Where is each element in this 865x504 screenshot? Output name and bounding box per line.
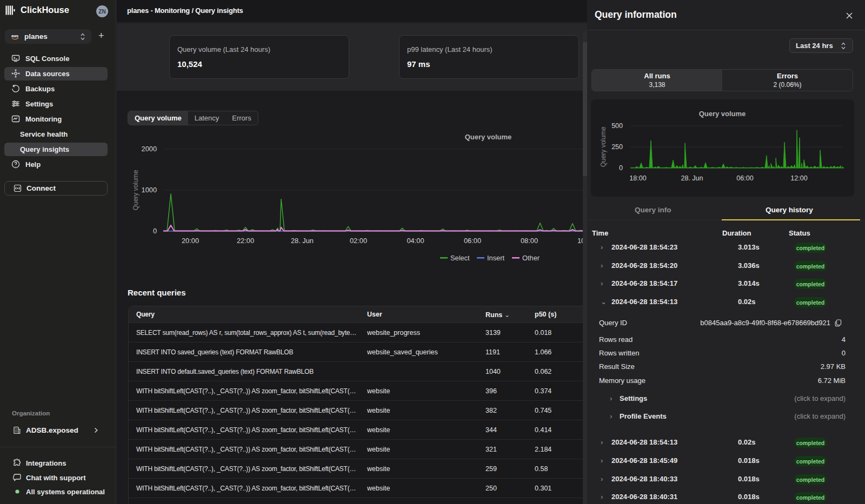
svg-text:Query volume: Query volume xyxy=(132,170,139,210)
svg-text:18:00: 18:00 xyxy=(629,174,646,182)
svg-text:2000: 2000 xyxy=(142,145,157,153)
svg-text:aws: aws xyxy=(11,34,18,38)
svg-text:Query volume: Query volume xyxy=(699,110,746,118)
svg-text:06:00: 06:00 xyxy=(736,174,753,182)
svg-text:1000: 1000 xyxy=(142,186,157,194)
svg-text:Select: Select xyxy=(450,254,470,262)
svg-text:0: 0 xyxy=(619,164,623,172)
svg-text:20:00: 20:00 xyxy=(182,237,199,245)
svg-text:28. Jun: 28. Jun xyxy=(291,237,314,245)
svg-text:22:00: 22:00 xyxy=(237,237,254,245)
svg-text:Other: Other xyxy=(522,254,540,262)
svg-text:0: 0 xyxy=(153,227,157,235)
svg-text:04:00: 04:00 xyxy=(407,237,424,245)
svg-text:Query volume: Query volume xyxy=(465,134,512,141)
svg-text:12:00: 12:00 xyxy=(790,174,807,182)
svg-text:Insert: Insert xyxy=(487,254,504,262)
svg-text:06:00: 06:00 xyxy=(464,237,481,245)
svg-text:02:00: 02:00 xyxy=(350,237,367,245)
svg-text:250: 250 xyxy=(611,143,623,151)
svg-text:08:00: 08:00 xyxy=(521,237,538,245)
svg-text:Query volume: Query volume xyxy=(600,126,607,167)
svg-text:28. Jun: 28. Jun xyxy=(681,174,703,182)
svg-text:500: 500 xyxy=(611,122,623,130)
